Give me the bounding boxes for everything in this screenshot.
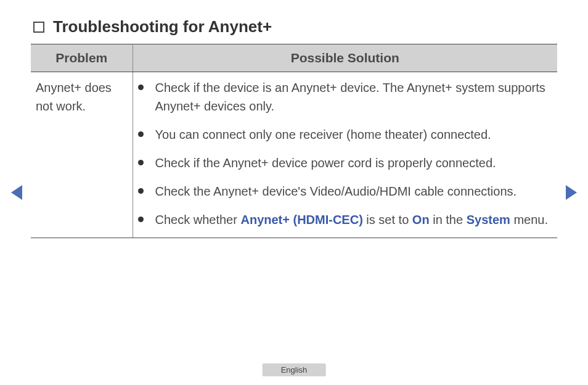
language-badge: English bbox=[263, 363, 326, 376]
problem-cell: Anynet+ does not work. bbox=[31, 72, 133, 238]
troubleshooting-table: Problem Possible Solution Anynet+ does n… bbox=[31, 44, 557, 238]
keyword-on: On bbox=[412, 213, 430, 226]
keyword-system: System bbox=[467, 213, 510, 226]
col-header-solution: Possible Solution bbox=[133, 44, 557, 72]
heading-text: Troubleshooting for Anynet+ bbox=[53, 17, 272, 36]
list-item: You can connect only one receiver (home … bbox=[138, 125, 552, 144]
text-fragment: Check whether bbox=[155, 213, 241, 226]
text-fragment: is set to bbox=[363, 213, 412, 226]
solution-list: Check if the device is an Anynet+ device… bbox=[134, 78, 552, 229]
list-item: Check the Anynet+ device's Video/Audio/H… bbox=[138, 182, 552, 201]
prev-page-arrow-icon[interactable] bbox=[11, 185, 22, 200]
list-item: Check whether Anynet+ (HDMI-CEC) is set … bbox=[138, 210, 552, 229]
square-bullet-icon bbox=[33, 22, 44, 33]
table-header-row: Problem Possible Solution bbox=[31, 44, 557, 72]
next-page-arrow-icon[interactable] bbox=[566, 185, 577, 200]
keyword-anynet-hdmi-cec: Anynet+ (HDMI-CEC) bbox=[240, 213, 362, 226]
col-header-problem: Problem bbox=[31, 44, 133, 72]
text-fragment: menu. bbox=[510, 213, 548, 226]
text-fragment: in the bbox=[430, 213, 467, 226]
list-item: Check if the device is an Anynet+ device… bbox=[138, 78, 552, 115]
table-row: Anynet+ does not work. Check if the devi… bbox=[31, 72, 557, 238]
section-heading: Troubleshooting for Anynet+ bbox=[33, 17, 557, 36]
list-item: Check if the Anynet+ device power cord i… bbox=[138, 154, 552, 172]
solution-cell: Check if the device is an Anynet+ device… bbox=[133, 72, 557, 238]
page-content: Troubleshooting for Anynet+ Problem Poss… bbox=[0, 0, 588, 238]
